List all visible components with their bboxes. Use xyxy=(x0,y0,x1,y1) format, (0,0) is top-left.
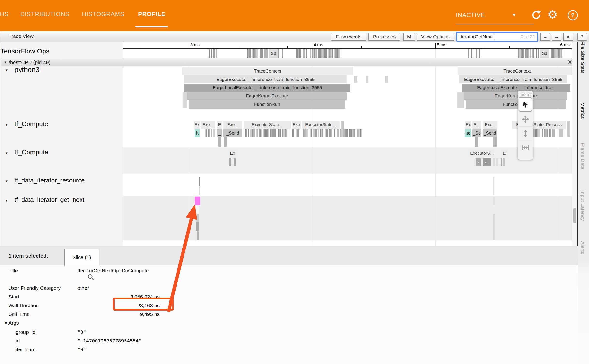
trace-slice[interactable] xyxy=(199,186,200,195)
trace-slice[interactable] xyxy=(326,129,327,137)
trace-slice[interactable] xyxy=(535,49,535,58)
trace-slice[interactable]: FunctionRun xyxy=(189,100,345,109)
trace-slice[interactable] xyxy=(296,129,297,137)
trace-slice[interactable] xyxy=(310,49,311,58)
trace-slice[interactable] xyxy=(558,49,559,58)
prev-match-button[interactable]: ← xyxy=(540,33,550,41)
trace-slice[interactable] xyxy=(314,49,315,58)
trace-slice[interactable]: _ xyxy=(217,129,222,137)
trace-slice[interactable] xyxy=(258,49,258,58)
trace-slice[interactable] xyxy=(308,49,308,58)
trace-slice[interactable] xyxy=(300,49,301,58)
track-label-tf-data-iterator-get-next-4[interactable]: tf_data_iterator_get_next xyxy=(15,196,84,204)
trace-slice[interactable]: Ex xyxy=(229,149,236,157)
trace-slice[interactable] xyxy=(534,129,535,137)
trace-slice[interactable] xyxy=(361,129,362,137)
trace-slice[interactable] xyxy=(349,129,350,137)
trace-slice[interactable] xyxy=(260,129,261,137)
refresh-icon[interactable] xyxy=(531,10,542,20)
trace-slice[interactable] xyxy=(457,92,464,108)
trace-slice[interactable] xyxy=(218,137,221,147)
trace-slice[interactable] xyxy=(354,129,355,137)
trace-slice[interactable] xyxy=(263,129,264,137)
trace-slice[interactable] xyxy=(268,129,269,137)
trace-slice[interactable] xyxy=(475,137,478,147)
trace-slice[interactable] xyxy=(306,129,307,137)
trace-slice[interactable] xyxy=(324,129,324,137)
trace-slice[interactable] xyxy=(316,49,317,58)
side-tab-input-latency[interactable]: Input Latency xyxy=(580,190,586,221)
trace-slice[interactable]: ExecutorS... xyxy=(470,149,494,157)
trace-slice[interactable] xyxy=(528,49,529,58)
trace-slice[interactable]: _Send xyxy=(223,129,242,137)
trace-slice[interactable] xyxy=(554,129,555,137)
trace-slice[interactable] xyxy=(325,129,326,137)
trace-slice[interactable] xyxy=(559,49,560,58)
trace-slice[interactable] xyxy=(334,129,335,137)
trace-slice[interactable] xyxy=(541,129,541,137)
trace-slice[interactable] xyxy=(302,129,302,137)
trace-slice[interactable] xyxy=(304,49,305,58)
side-tab-file-size-stats[interactable]: File Size Stats xyxy=(580,41,586,73)
trace-slice[interactable] xyxy=(538,129,539,137)
trace-slice[interactable] xyxy=(279,129,280,137)
trace-slice[interactable] xyxy=(257,129,258,137)
trace-slice[interactable] xyxy=(209,49,210,58)
trace-slice[interactable] xyxy=(264,49,265,58)
trace-slice[interactable] xyxy=(196,214,199,222)
tab-hs[interactable]: HS xyxy=(0,11,9,18)
trace-slice[interactable] xyxy=(281,49,281,58)
trace-slice[interactable] xyxy=(250,49,251,58)
m-button[interactable]: M xyxy=(403,33,415,41)
trace-slice[interactable] xyxy=(282,129,283,137)
track-label-tf-Compute-2[interactable]: tf_Compute xyxy=(15,149,48,156)
trace-slice[interactable] xyxy=(249,129,249,137)
trace-slice[interactable]: Ex xyxy=(465,121,471,129)
trace-slice[interactable] xyxy=(214,49,215,58)
trace-slice[interactable] xyxy=(496,158,498,166)
trace-slice[interactable] xyxy=(525,49,526,58)
trace-slice[interactable] xyxy=(196,222,199,231)
trace-slice[interactable] xyxy=(322,129,323,137)
trace-slice[interactable] xyxy=(234,158,236,166)
side-tab-frame-data[interactable]: Frame Data xyxy=(580,143,586,169)
trace-slice[interactable] xyxy=(539,129,540,137)
trace-slice[interactable] xyxy=(306,49,307,58)
trace-slice[interactable] xyxy=(493,197,495,205)
trace-slice[interactable]: EagerExecute: __inference_train_function… xyxy=(184,75,347,83)
pan-tool-button[interactable] xyxy=(519,112,532,126)
trace-slice[interactable] xyxy=(323,49,324,58)
trace-slice[interactable]: v xyxy=(476,158,481,166)
trace-slice[interactable]: _Send xyxy=(483,129,497,137)
trace-slice[interactable] xyxy=(567,121,570,137)
side-tab-metrics[interactable]: Metrics xyxy=(580,102,586,119)
trace-slice[interactable] xyxy=(550,129,551,137)
trace-slice[interactable] xyxy=(229,158,231,166)
trace-slice[interactable] xyxy=(334,49,335,58)
trace-slice[interactable] xyxy=(206,129,207,137)
tab-distributions[interactable]: DISTRIBUTIONS xyxy=(20,11,69,18)
trace-slice[interactable] xyxy=(314,129,315,137)
trace-slice[interactable] xyxy=(280,129,281,137)
trace-slice[interactable] xyxy=(561,49,562,58)
more-button[interactable]: » xyxy=(563,33,573,41)
trace-slice[interactable] xyxy=(295,129,295,137)
trace-slice[interactable] xyxy=(277,129,277,137)
trace-slice[interactable]: TraceContext xyxy=(182,67,353,75)
trace-slice[interactable] xyxy=(214,129,215,137)
trace-slice[interactable] xyxy=(340,129,341,137)
trace-slice[interactable] xyxy=(547,129,548,137)
collapse-triangle-icon[interactable]: ▼ xyxy=(5,179,8,183)
view-options-button[interactable]: View Options xyxy=(417,33,454,41)
trace-slice[interactable] xyxy=(256,129,257,137)
trace-slice[interactable] xyxy=(479,49,480,58)
trace-slice[interactable] xyxy=(254,49,255,58)
trace-slice[interactable]: EagerLocalExecute: __inference_tra... xyxy=(462,84,570,92)
trace-slice[interactable] xyxy=(318,129,319,137)
zoom-tool-button[interactable] xyxy=(519,126,532,140)
trace-search-input[interactable]: IteratorGetNext: 0 of 21 xyxy=(456,32,538,42)
trace-slice[interactable] xyxy=(282,49,283,58)
trace-slice[interactable]: E... xyxy=(472,121,481,129)
trace-slice[interactable] xyxy=(208,129,209,137)
trace-slice[interactable] xyxy=(307,129,308,137)
